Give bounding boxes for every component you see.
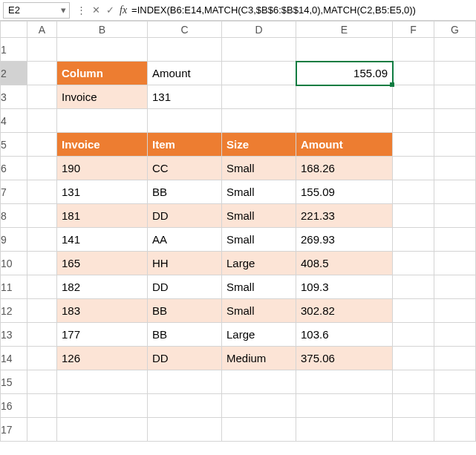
table-row[interactable]: Small: [222, 228, 296, 252]
table-row[interactable]: HH: [148, 252, 222, 275]
row-header[interactable]: 15: [1, 370, 27, 394]
cell[interactable]: [222, 109, 296, 133]
cell[interactable]: [393, 418, 434, 442]
cell[interactable]: [27, 180, 57, 204]
row-header[interactable]: 9: [1, 228, 27, 252]
cell[interactable]: [393, 62, 434, 85]
cell[interactable]: [27, 299, 57, 323]
col-header-E[interactable]: E: [296, 22, 393, 38]
cell[interactable]: [434, 157, 476, 180]
cell[interactable]: [27, 204, 57, 228]
name-box[interactable]: E2 ▾: [3, 2, 70, 19]
table-row[interactable]: BB: [148, 323, 222, 347]
table-row[interactable]: 168.26: [296, 157, 393, 180]
row-header[interactable]: 5: [1, 133, 27, 157]
table-header-invoice[interactable]: Invoice: [57, 133, 148, 157]
table-row[interactable]: 221.33: [296, 204, 393, 228]
table-header-amount[interactable]: Amount: [296, 133, 393, 157]
table-row[interactable]: DD: [148, 204, 222, 228]
cell[interactable]: [27, 62, 57, 85]
cell[interactable]: [393, 299, 434, 323]
table-row[interactable]: 182: [57, 275, 148, 299]
cell[interactable]: [296, 109, 393, 133]
table-row[interactable]: 155.09: [296, 180, 393, 204]
cell[interactable]: [393, 252, 434, 275]
col-header-G[interactable]: G: [434, 22, 476, 38]
cell[interactable]: [296, 38, 393, 62]
cell[interactable]: [57, 38, 148, 62]
cell[interactable]: [393, 347, 434, 370]
cell[interactable]: [148, 418, 222, 442]
cell[interactable]: [148, 109, 222, 133]
table-row[interactable]: Large: [222, 323, 296, 347]
cell[interactable]: [222, 85, 296, 109]
fx-icon[interactable]: fx: [120, 4, 127, 16]
row-header[interactable]: 1: [1, 38, 27, 62]
table-row[interactable]: Small: [222, 180, 296, 204]
table-row[interactable]: BB: [148, 180, 222, 204]
cell[interactable]: [393, 133, 434, 157]
row-header[interactable]: 4: [1, 109, 27, 133]
row-header[interactable]: 7: [1, 180, 27, 204]
row-header[interactable]: 14: [1, 347, 27, 370]
col-header-F[interactable]: F: [393, 22, 434, 38]
cell[interactable]: [434, 275, 476, 299]
cell[interactable]: [27, 370, 57, 394]
table-row[interactable]: Small: [222, 275, 296, 299]
cell[interactable]: [393, 275, 434, 299]
cell[interactable]: [222, 394, 296, 418]
cell[interactable]: [222, 62, 296, 85]
cell[interactable]: [296, 394, 393, 418]
cell[interactable]: [393, 38, 434, 62]
table-row[interactable]: Small: [222, 157, 296, 180]
table-row[interactable]: Large: [222, 252, 296, 275]
col-header-D[interactable]: D: [222, 22, 296, 38]
cell[interactable]: [296, 418, 393, 442]
table-header-size[interactable]: Size: [222, 133, 296, 157]
table-row[interactable]: 165: [57, 252, 148, 275]
table-row[interactable]: BB: [148, 299, 222, 323]
table-row[interactable]: 375.06: [296, 347, 393, 370]
cell[interactable]: [393, 204, 434, 228]
cell[interactable]: [393, 180, 434, 204]
cell[interactable]: [434, 133, 476, 157]
select-all-corner[interactable]: [1, 22, 27, 38]
cell[interactable]: [27, 228, 57, 252]
table-row[interactable]: DD: [148, 347, 222, 370]
table-row[interactable]: 190: [57, 157, 148, 180]
cell[interactable]: [27, 109, 57, 133]
cell[interactable]: [27, 133, 57, 157]
cell[interactable]: [222, 418, 296, 442]
cell[interactable]: [57, 394, 148, 418]
cell[interactable]: [148, 394, 222, 418]
cell[interactable]: [434, 180, 476, 204]
cell-lookup-result[interactable]: 155.09: [296, 62, 393, 85]
table-header-item[interactable]: Item: [148, 133, 222, 157]
cell-lookup-column-value[interactable]: Amount: [148, 62, 222, 85]
cell[interactable]: [434, 252, 476, 275]
cell[interactable]: [434, 62, 476, 85]
table-row[interactable]: 183: [57, 299, 148, 323]
cell[interactable]: [27, 38, 57, 62]
row-header[interactable]: 16: [1, 394, 27, 418]
cell[interactable]: [27, 85, 57, 109]
cell[interactable]: [434, 85, 476, 109]
table-row[interactable]: CC: [148, 157, 222, 180]
row-header[interactable]: 13: [1, 323, 27, 347]
cell[interactable]: [393, 323, 434, 347]
cell[interactable]: [222, 370, 296, 394]
formula-input[interactable]: =INDEX(B6:E14,MATCH(C3,$B$6:$B$14,0),MAT…: [131, 4, 476, 16]
row-header[interactable]: 11: [1, 275, 27, 299]
table-row[interactable]: 103.6: [296, 323, 393, 347]
table-row[interactable]: DD: [148, 275, 222, 299]
cell[interactable]: [393, 157, 434, 180]
cell[interactable]: [296, 370, 393, 394]
cell[interactable]: [27, 347, 57, 370]
table-row[interactable]: 302.82: [296, 299, 393, 323]
cell[interactable]: [434, 228, 476, 252]
row-header[interactable]: 12: [1, 299, 27, 323]
cell[interactable]: [148, 370, 222, 394]
cell[interactable]: [57, 418, 148, 442]
row-header[interactable]: 6: [1, 157, 27, 180]
cell[interactable]: [148, 38, 222, 62]
